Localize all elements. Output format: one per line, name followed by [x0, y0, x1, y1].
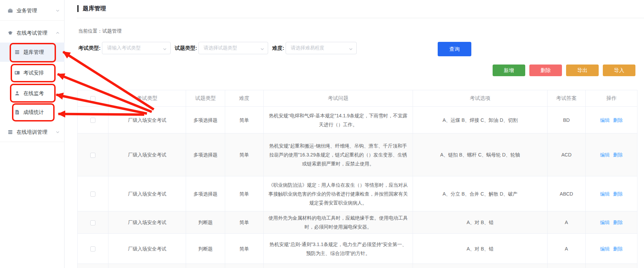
sidebar-item-online-training-management[interactable]: 在线培训管理 [0, 125, 65, 140]
chevron-down-icon [56, 130, 60, 134]
column-header: 难度 [225, 90, 264, 107]
difficulty-placeholder: 请选择难易程度 [291, 45, 324, 51]
edit-link[interactable]: 编辑 [600, 117, 610, 123]
cell-question: 《职业病防治法》规定：用人单位在发生（）等情形时，应当对从事接触职业病危害的作业… [264, 176, 413, 211]
page-title: 题库管理 [83, 4, 106, 12]
sidebar-item-online-exam-management[interactable]: 在线考试管理 [0, 25, 65, 40]
delete-link[interactable]: 删除 [613, 152, 623, 158]
question-type-placeholder: 请选择试题类型 [204, 45, 237, 51]
sidebar-item-exam-schedule[interactable]: 考试安排 [0, 64, 65, 82]
cell-exam-type: 厂级入场安全考试 [108, 133, 186, 176]
row-checkbox[interactable] [90, 153, 95, 158]
cell-question: 使用外壳为金属材料的电动工具时，应戴绝缘手套。使用电动工具时，必须同时使用漏电保… [264, 211, 413, 234]
cell-question-type: 多项选择题 [186, 133, 225, 176]
sidebar-item-business-management[interactable]: 业务管理 [0, 3, 65, 18]
cell-exam-type: 厂级入场安全考试 [108, 107, 186, 133]
cell-answer: ACD [548, 133, 586, 176]
action-button-bar: 新增 删除 导出 导入 [493, 65, 635, 76]
sidebar-item-question-bank-management[interactable]: 题库管理 [0, 43, 65, 62]
cell-exam-type: 厂级入场安全考试 [108, 211, 186, 234]
list-icon [8, 129, 13, 135]
exam-type-filter-input[interactable]: 请输入考试类型 [102, 42, 171, 54]
table-row: 厂级入场安全考试判断题简单使用外壳为金属材料的电动工具时，应戴绝缘手套。使用电动… [78, 211, 637, 234]
cell-difficulty: 简单 [225, 234, 264, 264]
edit-link[interactable]: 编辑 [600, 152, 610, 158]
chevron-up-icon [56, 31, 60, 35]
question-type-filter-label: 试题类型: [175, 45, 197, 51]
cell-question: 热机安规“电焊和气焊-基本规定”14.1.9条规定，下雨雪时，不宜露天进行（）工… [264, 107, 413, 133]
column-header: 考试问题 [264, 90, 413, 107]
delete-button[interactable]: 删除 [529, 65, 562, 76]
edit-link[interactable]: 编辑 [600, 220, 610, 225]
list-icon [14, 49, 20, 55]
app-window: 业务管理 在线考试管理 [0, 0, 644, 268]
select-all-checkbox[interactable] [90, 96, 95, 101]
delete-link[interactable]: 删除 [613, 246, 623, 252]
delete-link[interactable]: 删除 [613, 191, 623, 197]
chevron-down-icon [56, 9, 60, 13]
difficulty-filter-label: 难度: [272, 45, 284, 51]
column-header: 考试选项 [413, 90, 548, 107]
sidebar-item-score-statistics[interactable]: 成绩统计 [0, 103, 65, 121]
cell-difficulty: 简单 [225, 211, 264, 234]
cell-operations: 编辑删除 [586, 211, 637, 234]
export-button[interactable]: 导出 [566, 65, 599, 76]
row-checkbox[interactable] [90, 118, 95, 123]
sidebar-item-label: 在线培训管理 [16, 129, 47, 136]
cell-operations: 编辑删除 [586, 133, 637, 176]
edit-link[interactable]: 编辑 [600, 246, 610, 252]
column-header: 考试答案 [548, 90, 586, 107]
column-header: 考试类型 [108, 90, 186, 107]
cell-answer: ABCD [548, 176, 586, 211]
cell-options: A、对 B、错 [413, 234, 548, 264]
question-table: 考试类型试题类型难度考试问题考试选项考试答案操作 厂级入场安全考试多项选择题简单… [77, 90, 637, 268]
table-row: 厂级入场安全考试多项选择题简单《职业病防治法》规定：用人单位在发生（）等情形时，… [78, 176, 637, 211]
cell-answer: A [548, 234, 586, 264]
sidebar-item-label: 成绩统计 [23, 109, 44, 116]
cell-question-type: 多项选择题 [186, 176, 225, 211]
cell-exam-type: 厂级入场安全考试 [108, 234, 186, 264]
chevron-down-icon [163, 46, 167, 53]
cell-operations: 编辑删除 [586, 234, 637, 264]
cell-question-type: 多项选择题 [186, 107, 225, 133]
graduation-cap-icon [8, 30, 13, 36]
cell-answer: A [548, 211, 586, 234]
table-row: 厂级入场安全考试判断题简单热机安规“总则-通则”3.1.1条规定，电力生产必须坚… [78, 234, 637, 264]
cell-exam-type: 厂级入场安全考试 [108, 176, 186, 211]
column-header: 试题类型 [186, 90, 225, 107]
delete-link[interactable]: 删除 [613, 117, 623, 123]
cell-difficulty: 简单 [225, 176, 264, 211]
filter-bar: 考试类型: 请输入考试类型 试题类型: 请选择试题类型 难度: 请选择难易程度 [78, 42, 357, 54]
header-divider [77, 18, 644, 18]
briefcase-icon [8, 8, 13, 13]
chevron-down-icon [260, 46, 264, 53]
cell-answer: BD [548, 107, 586, 133]
document-icon [14, 109, 20, 115]
table-row: 厂级入场安全考试多项选择题简单热机安规“起重和搬运-钢丝绳、纤维绳、吊钩、滑车、… [78, 133, 637, 176]
row-checkbox[interactable] [90, 191, 95, 197]
delete-link[interactable]: 删除 [613, 220, 623, 225]
cell-options: A、链扣 B、螺杆 C、蜗母轮 D、轮轴 [413, 133, 548, 176]
sidebar-divider [0, 20, 65, 21]
sidebar-item-online-proctoring[interactable]: 在线监考 [0, 84, 65, 102]
query-button[interactable]: 查询 [438, 42, 471, 56]
difficulty-filter-select[interactable]: 请选择难易程度 [286, 42, 357, 54]
row-checkbox[interactable] [90, 220, 95, 225]
cell-difficulty: 简单 [225, 133, 264, 176]
cell-operations: 编辑删除 [586, 176, 637, 211]
import-button[interactable]: 导入 [603, 65, 635, 76]
table-header-row: 考试类型试题类型难度考试问题考试选项考试答案操作 [78, 90, 637, 107]
cell-question-type: 判断题 [186, 211, 225, 234]
row-checkbox[interactable] [90, 246, 95, 252]
edit-link[interactable]: 编辑 [600, 191, 610, 197]
cell-question: 热机安规“起重和搬运-钢丝绳、纤维绳、吊钩、滑车、千斤顶和手拉葫芦的使用”16.… [264, 133, 413, 176]
question-type-filter-select[interactable]: 请选择试题类型 [198, 42, 268, 54]
cell-difficulty: 简单 [225, 107, 264, 133]
sidebar: 业务管理 在线考试管理 [0, 0, 65, 268]
chevron-down-icon [349, 46, 353, 53]
cell-options: A、运煤 B、焊接 C、卸油 D、切割 [413, 107, 548, 133]
sidebar-divider [0, 142, 65, 142]
cell-operations: 编辑删除 [586, 107, 637, 133]
sidebar-item-label: 在线监考 [23, 90, 44, 97]
add-button[interactable]: 新增 [493, 65, 525, 76]
